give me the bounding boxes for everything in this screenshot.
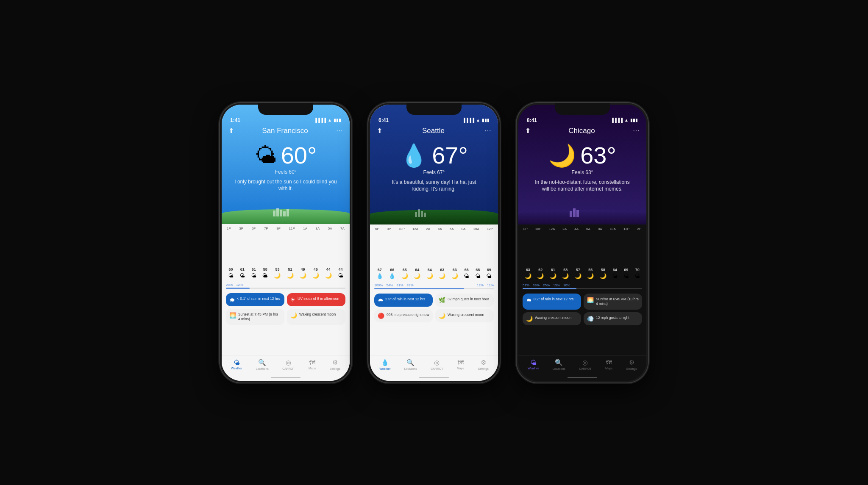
hourly-item: 61 🌤: [251, 267, 256, 279]
rain-fill: [523, 288, 576, 289]
battery-icon: ▮▮▮: [630, 118, 638, 122]
tab-label: CARROT: [431, 367, 443, 370]
tab-icon[interactable]: ◎: [582, 359, 588, 366]
hourly-item: 69 🌤: [486, 268, 492, 279]
card-icon: 🌅: [229, 312, 236, 319]
tab-item[interactable]: 🌤 Weather: [528, 359, 539, 370]
rain-bar: [374, 288, 494, 289]
hourly-item: 44 🌤: [338, 267, 343, 279]
hourly-icon: 🌤: [251, 272, 256, 279]
more-icon[interactable]: ⋯: [336, 127, 343, 135]
phones-container: 1:41 ▐▐▐▐ ▲ ▮▮▮ ⬆ San Francisco ⋯ �: [211, 94, 657, 391]
hourly-item: 67 💧: [376, 268, 383, 279]
more-icon[interactable]: ⋯: [633, 127, 640, 135]
hourly-chart: 63 🌙 62 🌙 61 🌙: [518, 232, 646, 283]
share-icon[interactable]: ⬆: [525, 127, 531, 135]
hourly-item: 57 🌙: [575, 268, 581, 279]
hourly-item: 64 🌤: [612, 268, 618, 279]
tab-item[interactable]: 💧 Weather: [379, 359, 390, 370]
card-icon: 🔴: [378, 313, 384, 319]
time-label: 6A: [586, 227, 590, 231]
hourly-temp: 44: [326, 267, 331, 272]
hourly-icon: 🌤: [486, 273, 492, 279]
share-icon[interactable]: ⬆: [228, 127, 234, 135]
header: ⬆ San Francisco ⋯: [222, 125, 350, 139]
hourly-temp: 51: [288, 267, 292, 272]
tab-icon[interactable]: 🌤: [234, 359, 240, 366]
more-icon[interactable]: ⋯: [484, 127, 491, 135]
tab-icon[interactable]: ⚙: [481, 359, 486, 366]
time-label: 2A: [426, 227, 430, 231]
temperature: 63°: [580, 144, 616, 167]
tab-item[interactable]: ⚙ Settings: [626, 359, 637, 370]
temperature: 67°: [432, 144, 468, 167]
tab-icon[interactable]: 🗺: [457, 359, 464, 366]
feels-like: Feels 63°: [572, 169, 593, 175]
hourly-chart: 60 🌤 61 🌤 61 🌤: [222, 231, 350, 282]
tab-item[interactable]: 🗺 Maps: [457, 359, 464, 370]
tab-icon[interactable]: 🗺: [606, 359, 612, 366]
tab-icon[interactable]: 🔍: [258, 359, 266, 366]
hourly-item: 64 🌙: [426, 268, 433, 279]
tab-icon[interactable]: 💧: [381, 359, 389, 366]
rain-label: 54%: [386, 283, 393, 287]
share-icon[interactable]: ⬆: [377, 127, 382, 135]
time-label: 5A: [328, 227, 332, 230]
tab-item[interactable]: 🔍 Locations: [256, 359, 269, 370]
card-icon: 💨: [587, 316, 594, 322]
info-cards: 🌧 2.5" of rain in next 12 hrs 🌿 32 mph g…: [370, 291, 498, 325]
card-text: 32 mph gusts in next hour: [448, 297, 489, 302]
tab-item[interactable]: ◎ CARROT: [282, 359, 295, 370]
tab-icon[interactable]: ◎: [286, 359, 291, 366]
card-icon: 🌧: [229, 297, 235, 303]
tab-icon[interactable]: 🔍: [555, 359, 563, 366]
hourly-temp: 69: [624, 268, 628, 272]
weather-hero: 💧 67° Feels 67° It's a beautiful, sunny …: [370, 139, 498, 193]
tab-icon[interactable]: 🔍: [406, 359, 415, 366]
weather-hero: 🌙 63° Feels 63° In the not-too-distant f…: [518, 139, 646, 193]
tab-item[interactable]: ◎ CARROT: [431, 359, 443, 370]
tab-icon[interactable]: 🗺: [309, 359, 315, 366]
hourly-icon: 💧: [389, 273, 395, 279]
time-label: 1P: [227, 227, 231, 230]
time-label: 3P: [239, 227, 243, 230]
info-card: 🌧 0.2" of rain in next 12 hrs: [523, 294, 581, 310]
temp-row: 🌤 60°: [255, 143, 317, 168]
tab-icon[interactable]: ⚙: [629, 359, 634, 366]
time-label: 5P: [252, 227, 256, 230]
tab-item[interactable]: ⚙ Settings: [329, 359, 340, 370]
rain-label: 100%: [374, 283, 383, 287]
hourly-icon: 🌙: [451, 273, 458, 279]
tab-icon[interactable]: ◎: [434, 359, 440, 366]
tab-item[interactable]: 🗺 Maps: [605, 359, 612, 370]
tab-item[interactable]: 🌤 Weather: [231, 359, 242, 370]
tab-label: Weather: [379, 367, 390, 370]
battery-icon: ▮▮▮: [334, 118, 341, 122]
hourly-item: 61 🌙: [550, 268, 556, 279]
tab-item[interactable]: ⚙ Settings: [478, 359, 488, 370]
time-label: 8A: [462, 227, 466, 231]
hourly-icon: 🌙: [325, 272, 332, 279]
tab-item[interactable]: 🔍 Locations: [553, 359, 565, 370]
card-icon: 🌿: [439, 297, 445, 303]
status-icons: ▐▐▐▐ ▲ ▮▮▮: [462, 118, 490, 122]
hourly-temp: 58: [601, 268, 605, 272]
tab-item[interactable]: 🗺 Maps: [309, 359, 316, 370]
hourly-item: 58 🌙: [562, 268, 569, 279]
time-label: 8P: [387, 227, 391, 231]
tab-icon[interactable]: 🌤: [530, 359, 537, 366]
hourly-temp: 56: [588, 268, 593, 272]
hourly-temp: 58: [263, 267, 267, 272]
rain-label: 31%: [396, 283, 403, 287]
hourly-icon: 🌙: [300, 272, 306, 279]
tab-label: Locations: [553, 367, 565, 370]
tab-icon[interactable]: ⚙: [332, 359, 338, 366]
tab-item[interactable]: 🔍 Locations: [404, 359, 417, 370]
rain-fill: [226, 288, 250, 289]
hourly-icon: 🌙: [439, 273, 445, 279]
tab-label: Locations: [404, 367, 417, 370]
card-text: Waxing crescent moon: [448, 313, 484, 317]
tab-item[interactable]: ◎ CARROT: [579, 359, 592, 370]
hourly-temp: 53: [275, 267, 279, 272]
card-icon: 🌧: [526, 297, 531, 303]
